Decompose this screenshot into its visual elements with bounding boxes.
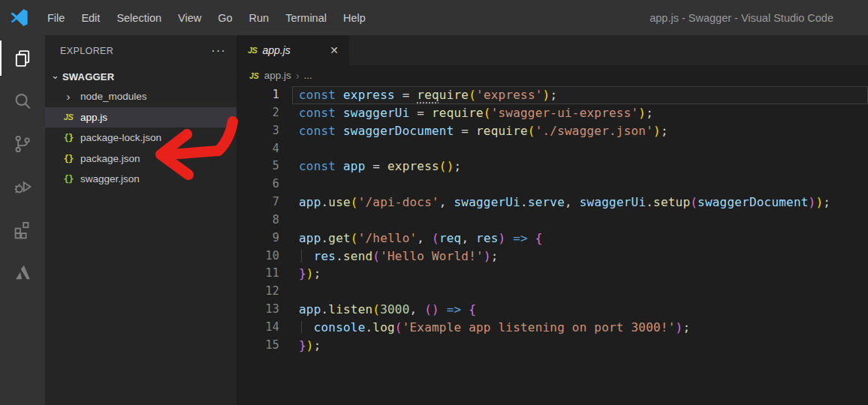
breadcrumb-file[interactable]: app.js [264, 70, 291, 81]
run-debug-icon [12, 176, 33, 197]
code-token: ; [683, 320, 690, 334]
menu-edit[interactable]: Edit [73, 0, 108, 35]
code-token [299, 320, 314, 334]
chevron-right-icon: › [296, 70, 300, 82]
activitybar-source-control[interactable] [0, 122, 45, 165]
line-number: 14 [237, 319, 279, 337]
menu-help[interactable]: Help [335, 0, 374, 35]
activitybar-extensions[interactable] [0, 208, 45, 250]
json-file-icon: {} [62, 173, 75, 184]
code-line-13[interactable]: 13app.listen(3000, () => { [237, 301, 868, 319]
line-content: }); [292, 337, 868, 355]
code-editor[interactable]: 1const express = require('express');2con… [237, 86, 868, 405]
explorer-title: EXPLORER [60, 46, 211, 56]
code-token: ) [653, 124, 661, 138]
file-item-node-modules[interactable]: ›node_modules [45, 86, 237, 107]
code-token: swaggerUi [454, 195, 521, 209]
code-line-14[interactable]: 14 console.log('Example app listening on… [237, 319, 868, 337]
code-line-2[interactable]: 2const swaggerUi = require('swagger-ui-e… [237, 104, 868, 122]
code-token: require [432, 106, 484, 120]
code-line-10[interactable]: 10 res.send('Hello World!'); [237, 248, 868, 266]
menu-run[interactable]: Run [241, 0, 278, 35]
code-token [461, 302, 469, 316]
code-line-12[interactable]: 12 [237, 283, 868, 301]
code-line-5[interactable]: 5const app = express(); [237, 158, 868, 176]
editor-group: JS app.js ✕ JS app.js › ... 1const expre… [237, 35, 868, 405]
vscode-window: FileEditSelectionViewGoRunTerminalHelp a… [0, 0, 868, 405]
file-item-swagger-json[interactable]: {}swagger.json [45, 169, 237, 190]
menu-view[interactable]: View [170, 0, 209, 35]
code-token: const [299, 124, 336, 138]
explorer-more-actions-icon[interactable]: ··· [211, 47, 226, 55]
code-line-15[interactable]: 15}); [237, 337, 868, 355]
line-content [292, 212, 868, 230]
code-token: console [314, 320, 366, 334]
code-line-8[interactable]: 8 [237, 212, 868, 230]
code-token: req [417, 88, 439, 102]
code-token: ; [491, 249, 499, 263]
code-line-1[interactable]: 1const express = require('express'); [237, 86, 868, 104]
code-token: . [321, 195, 329, 209]
code-token: = [410, 106, 432, 120]
line-content [292, 140, 868, 158]
file-label: swagger.json [80, 173, 140, 184]
close-icon[interactable]: ✕ [327, 43, 342, 58]
code-line-11[interactable]: 11}); [237, 265, 868, 283]
code-line-7[interactable]: 7app.use('/api-docs', swaggerUi.serve, s… [237, 194, 868, 212]
brace-close: } [68, 132, 74, 143]
file-label: package-lock.json [80, 132, 161, 143]
code-token: const [299, 159, 336, 173]
folder-section-swagger[interactable]: ⌄ SWAGGER [45, 67, 237, 86]
activitybar-run-debug[interactable] [0, 165, 45, 208]
brace-close: } [68, 153, 74, 164]
activitybar-explorer[interactable] [0, 37, 45, 80]
code-token: log [372, 320, 395, 334]
line-content: const express = require('express'); [292, 86, 868, 104]
breadcrumb-symbol[interactable]: ... [304, 70, 312, 81]
file-item-package-lock-json[interactable]: {}package-lock.json [45, 128, 237, 148]
activity-bar [0, 35, 45, 405]
code-token: use [328, 195, 351, 209]
code-token: ) [484, 249, 491, 263]
azure-icon [12, 262, 33, 283]
menu-terminal[interactable]: Terminal [277, 0, 335, 35]
code-token: swaggerUi [343, 106, 410, 120]
code-line-3[interactable]: 3const swaggerDocument = require('./swag… [237, 122, 868, 140]
activitybar-azure[interactable] [0, 250, 45, 293]
line-number: 4 [237, 140, 279, 158]
code-token: ; [550, 88, 557, 102]
code-token: ( [469, 88, 476, 102]
line-content [292, 176, 868, 194]
file-item-package-json[interactable]: {}package.json [45, 148, 237, 170]
tab-appjs[interactable]: JS app.js ✕ [237, 35, 349, 65]
code-token: . [336, 249, 343, 263]
breadcrumb: JS app.js › ... [237, 65, 868, 86]
vscode-logo-icon [10, 8, 29, 27]
chevron-right-icon: › [62, 90, 75, 103]
menu-go[interactable]: Go [209, 0, 240, 35]
code-token [336, 124, 343, 138]
chevron-down-icon: ⌄ [49, 70, 62, 81]
code-token: uire [439, 88, 469, 102]
line-content [292, 283, 868, 301]
menu-selection[interactable]: Selection [108, 0, 170, 35]
line-content: const app = express(); [292, 158, 868, 176]
code-token: express [387, 159, 439, 173]
js-file-icon: JS [62, 112, 75, 122]
code-token: () [424, 302, 439, 316]
file-item-app-js[interactable]: JSapp.js [45, 107, 237, 128]
line-number: 10 [237, 248, 279, 266]
code-line-6[interactable]: 6 [237, 176, 868, 194]
code-token: = [454, 124, 477, 138]
code-token: () [439, 159, 454, 173]
code-line-9[interactable]: 9app.get('/hello', (req, res) => { [237, 230, 868, 248]
code-token: 'express' [476, 88, 543, 102]
code-token: res [314, 249, 336, 263]
menu-file[interactable]: File [39, 0, 73, 35]
code-token: ( [690, 195, 698, 209]
code-token: swaggerDocument [698, 195, 809, 209]
activitybar-search[interactable] [0, 80, 45, 122]
file-label: node_modules [80, 91, 147, 102]
code-line-4[interactable]: 4 [237, 140, 868, 158]
code-token: , [461, 231, 476, 245]
